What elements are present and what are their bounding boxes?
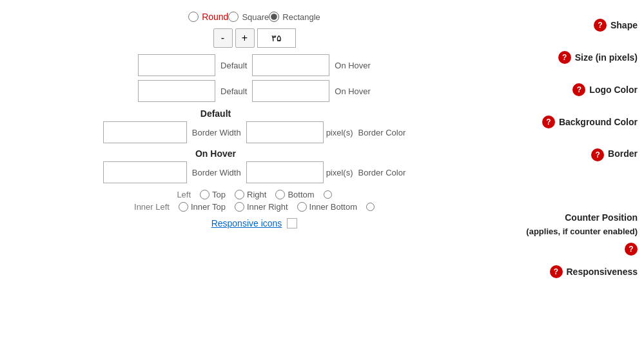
counter-bottom-radio[interactable] bbox=[275, 190, 285, 199]
right-labels-area: ? Shape ? Size (in pixels) ? Logo Color … bbox=[509, 0, 644, 294]
shape-round-option[interactable]: Round bbox=[188, 12, 228, 22]
logo-color-default-swatch[interactable] bbox=[138, 54, 215, 76]
bg-color-hover-swatch[interactable] bbox=[252, 80, 329, 102]
border-help-icon[interactable]: ? bbox=[591, 148, 604, 161]
size-right-label: ? Size (in pixels) bbox=[515, 41, 638, 74]
bg-color-hover-label: On Hover bbox=[335, 86, 371, 96]
border-default-label: Default bbox=[200, 108, 231, 119]
border-default-row: Border Width pixel(s) Border Color bbox=[13, 121, 496, 143]
border-color-hover-label: Border Color bbox=[358, 168, 406, 177]
size-minus-button[interactable]: - bbox=[213, 28, 233, 48]
logo-color-hover-label: On Hover bbox=[335, 61, 371, 70]
counter-inner-top-radio[interactable] bbox=[179, 202, 188, 212]
counter-inner-top-option[interactable]: Inner Top bbox=[179, 202, 226, 212]
logo-color-label: Logo Color bbox=[589, 85, 638, 95]
shape-rectangle-radio[interactable] bbox=[269, 12, 279, 22]
bg-color-label: Background Color bbox=[559, 117, 638, 127]
responsiveness-row: Responsive icons bbox=[13, 218, 496, 228]
responsive-checkbox[interactable] bbox=[287, 218, 297, 228]
counter-top-option[interactable]: Top bbox=[200, 190, 226, 199]
logo-color-help-icon[interactable]: ? bbox=[572, 83, 585, 96]
content-area: Round Square Rectangle - + Default On Ho… bbox=[0, 0, 509, 364]
size-plus-button[interactable]: + bbox=[235, 28, 255, 48]
size-input[interactable] bbox=[257, 28, 296, 48]
responsiveness-label: Responsiveness bbox=[567, 267, 638, 277]
counter-right-label: Counter Position (applies, if counter en… bbox=[515, 206, 638, 256]
counter-left-label: Left bbox=[177, 190, 191, 199]
size-help-icon[interactable]: ? bbox=[558, 51, 571, 64]
border-hover-heading: On Hover bbox=[13, 148, 496, 159]
counter-position-row1: Left Top Right Bottom bbox=[13, 190, 496, 199]
counter-inner-bottom-label: Inner Bottom bbox=[309, 202, 357, 212]
shape-rectangle-label: Rectangle bbox=[282, 12, 320, 22]
size-row: - + bbox=[13, 28, 496, 48]
counter-top-label: Top bbox=[212, 190, 226, 199]
responsiveness-right-label: ? Responsiveness bbox=[515, 256, 638, 288]
border-width-default-input[interactable] bbox=[103, 121, 187, 143]
counter-right-option[interactable]: Right bbox=[235, 190, 266, 199]
counter-sublabel: (applies, if counter enabled) bbox=[526, 227, 638, 236]
page-container: Round Square Rectangle - + Default On Ho… bbox=[0, 0, 644, 364]
logo-color-default-label: Default bbox=[220, 61, 247, 70]
border-width-hover-label: Border Width bbox=[192, 168, 241, 177]
counter-bottom-label: Bottom bbox=[288, 190, 314, 199]
border-width-default-label: Border Width bbox=[192, 128, 241, 137]
border-hover-row: Border Width pixel(s) Border Color bbox=[13, 161, 496, 183]
bg-color-default-label: Default bbox=[220, 86, 247, 96]
shape-rectangle-option[interactable]: Rectangle bbox=[269, 12, 320, 22]
shape-square-radio[interactable] bbox=[228, 12, 239, 22]
shape-round-radio[interactable] bbox=[188, 12, 199, 22]
counter-bottom-option[interactable]: Bottom bbox=[275, 190, 314, 199]
size-label: Size (in pixels) bbox=[575, 52, 638, 63]
counter-top-radio[interactable] bbox=[200, 190, 210, 199]
shape-label: Shape bbox=[610, 20, 638, 30]
counter-right-label: Right bbox=[247, 190, 266, 199]
logo-color-row: Default On Hover bbox=[13, 54, 496, 76]
shape-help-icon[interactable]: ? bbox=[594, 19, 607, 32]
counter-inner-bottom-option[interactable]: Inner Bottom bbox=[297, 202, 357, 212]
bg-color-help-icon[interactable]: ? bbox=[542, 116, 555, 128]
counter-inner-top-label: Inner Top bbox=[191, 202, 226, 212]
counter-inner-left-label: Inner Left bbox=[134, 202, 170, 212]
counter-inner-right-option[interactable]: Inner Right bbox=[235, 202, 288, 212]
logo-color-right-label: ? Logo Color bbox=[515, 74, 638, 106]
counter-label: Counter Position bbox=[565, 212, 638, 223]
border-color-hover-swatch[interactable] bbox=[246, 161, 324, 183]
border-color-default-label: Border Color bbox=[358, 128, 406, 137]
shape-square-option[interactable]: Square bbox=[228, 12, 269, 22]
counter-position-row2: Inner Left Inner Top Inner Right Inner B… bbox=[13, 202, 496, 212]
responsive-icons-link[interactable]: Responsive icons bbox=[211, 218, 282, 228]
shape-row: Round Square Rectangle bbox=[13, 12, 496, 22]
border-pixel-hover-label: pixel(s) bbox=[326, 168, 353, 177]
shape-round-label: Round bbox=[202, 12, 228, 22]
border-hover-label: On Hover bbox=[195, 148, 236, 159]
bg-color-right-label: ? Background Color bbox=[515, 106, 638, 138]
border-color-default-swatch[interactable] bbox=[246, 121, 324, 143]
logo-color-hover-swatch[interactable] bbox=[252, 54, 329, 76]
counter-inner-bottom-radio[interactable] bbox=[297, 202, 307, 212]
shape-square-label: Square bbox=[242, 12, 269, 22]
bg-color-default-swatch[interactable] bbox=[138, 80, 215, 102]
counter-help-icon[interactable]: ? bbox=[625, 243, 638, 256]
border-label: Border bbox=[608, 148, 638, 159]
counter-inner-right-radio[interactable] bbox=[235, 202, 244, 212]
background-color-row: Default On Hover bbox=[13, 80, 496, 102]
border-pixel-label: pixel(s) bbox=[326, 128, 353, 137]
border-right-label: ? Border bbox=[515, 138, 638, 206]
counter-right-radio[interactable] bbox=[235, 190, 244, 199]
shape-right-label: ? Shape bbox=[515, 9, 638, 41]
counter-inner-extra-radio[interactable] bbox=[366, 203, 375, 211]
border-width-hover-input[interactable] bbox=[103, 161, 187, 183]
counter-inner-right-label: Inner Right bbox=[247, 202, 288, 212]
border-default-heading: Default bbox=[13, 108, 496, 119]
counter-extra-radio[interactable] bbox=[324, 190, 332, 199]
responsiveness-help-icon[interactable]: ? bbox=[550, 265, 563, 278]
